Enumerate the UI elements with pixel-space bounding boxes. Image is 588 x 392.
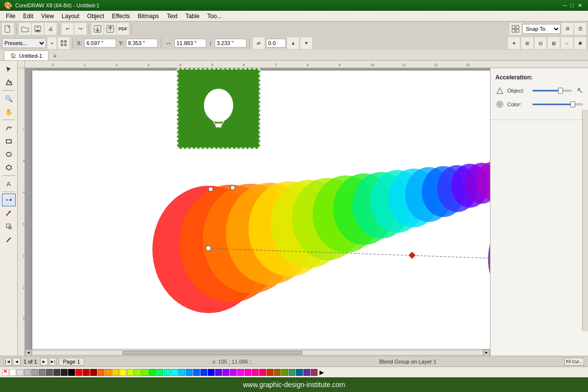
freehand-tool[interactable] [2, 122, 16, 134]
color-swatch[interactable] [120, 369, 126, 376]
color-swatch[interactable] [156, 369, 163, 376]
menu-view[interactable]: View [37, 12, 58, 21]
color-swatch[interactable] [75, 369, 82, 376]
maximize-btn[interactable]: □ [570, 2, 574, 8]
tb-extra-6[interactable]: ✱ [574, 37, 586, 49]
blend-up-btn[interactable]: ▲ [287, 37, 299, 49]
fill-color-btn[interactable]: Fil Cur... [564, 358, 584, 366]
snap-to-select[interactable]: Snap To Grid Guidelines Objects [522, 24, 561, 34]
export-btn[interactable] [104, 23, 116, 35]
save-btn[interactable] [32, 23, 44, 35]
color-slider-thumb[interactable] [570, 101, 575, 107]
menu-table[interactable]: Table [181, 12, 203, 21]
open-btn[interactable] [19, 23, 31, 35]
color-slider-track[interactable] [532, 103, 583, 105]
settings-btn[interactable]: ⚙ [562, 23, 573, 35]
color-swatch[interactable] [83, 369, 90, 376]
object-slider-track[interactable] [532, 90, 572, 92]
color-swatch[interactable] [289, 369, 295, 376]
scroll-thumb[interactable] [122, 351, 303, 355]
first-page-btn[interactable]: |◄ [4, 358, 12, 366]
node-tool[interactable] [2, 76, 16, 89]
add-preset-btn[interactable]: + [48, 37, 56, 49]
color-swatch[interactable] [127, 369, 134, 376]
color-swatch[interactable] [98, 369, 104, 376]
canvas-area[interactable]: ◄ ► [25, 68, 490, 356]
color-swatch[interactable] [31, 369, 38, 376]
color-swatch[interactable] [178, 369, 185, 376]
y-input[interactable] [126, 39, 158, 48]
pencil-tool[interactable] [2, 233, 16, 246]
scroll-track[interactable] [32, 350, 483, 355]
color-swatch[interactable] [39, 369, 46, 376]
next-page-btn[interactable]: ► [40, 358, 48, 366]
menu-edit[interactable]: Edit [19, 12, 37, 21]
redo-btn[interactable]: ↪ [74, 23, 86, 35]
prev-page-btn[interactable]: ◄ [13, 358, 21, 366]
menu-layout[interactable]: Layout [58, 12, 83, 21]
fill-tool[interactable] [2, 220, 16, 233]
color-swatch[interactable] [215, 369, 222, 376]
h-scrollbar[interactable]: ◄ ► [25, 349, 490, 356]
color-swatch[interactable] [61, 369, 68, 376]
grid-view-btn[interactable] [58, 37, 70, 49]
dropper-tool[interactable] [2, 207, 16, 220]
color-swatch[interactable] [17, 369, 24, 376]
menu-file[interactable]: File [2, 12, 19, 21]
pan-tool[interactable]: ✋ [2, 105, 16, 118]
palette-scroll-right[interactable]: ▶ [318, 369, 325, 376]
color-swatch[interactable] [296, 369, 303, 376]
color-swatch[interactable] [186, 369, 193, 376]
color-swatch[interactable] [164, 369, 171, 376]
color-swatch[interactable] [274, 369, 281, 376]
grid-btn[interactable] [510, 23, 521, 35]
new-btn[interactable] [2, 23, 14, 35]
color-swatch[interactable] [237, 369, 244, 376]
add-tab-btn[interactable]: + [50, 51, 59, 60]
object-slider-thumb[interactable] [558, 88, 563, 94]
color-swatch[interactable] [90, 369, 97, 376]
page-tab[interactable]: Page 1 [59, 358, 85, 366]
tb-extra-5[interactable]: ↔ [561, 37, 573, 49]
color-swatch[interactable] [303, 369, 310, 376]
tb-extra-2[interactable]: ⊞ [521, 37, 533, 49]
polygon-tool[interactable] [2, 161, 16, 174]
color-swatch[interactable] [46, 369, 53, 376]
color-swatch[interactable] [134, 369, 141, 376]
color-swatch[interactable] [193, 369, 200, 376]
blend-steps-input[interactable] [266, 39, 286, 48]
color-swatch[interactable] [68, 369, 75, 376]
color-swatch[interactable] [245, 369, 251, 376]
color-swatch[interactable] [9, 369, 16, 376]
minimize-btn[interactable]: ─ [563, 2, 567, 8]
ellipse-tool[interactable] [2, 148, 16, 161]
blend-tool[interactable] [2, 194, 16, 206]
color-swatch[interactable] [230, 369, 237, 376]
pointer-tool[interactable] [2, 63, 16, 75]
color-swatch[interactable] [267, 369, 273, 376]
print-btn[interactable]: 🖨 [45, 23, 56, 35]
color-swatch[interactable] [252, 369, 259, 376]
color-swatch[interactable] [208, 369, 215, 376]
pdf-btn[interactable]: PDF [117, 23, 129, 35]
presets-select[interactable]: Presets... [2, 38, 46, 48]
color-swatch[interactable] [311, 369, 318, 376]
menu-effects[interactable]: Effects [108, 12, 134, 21]
zoom-tool[interactable]: 🔍 [2, 92, 16, 105]
last-page-btn[interactable]: ►| [49, 358, 57, 366]
menu-tools[interactable]: Too... [203, 12, 225, 21]
color-swatch[interactable] [105, 369, 112, 376]
menu-bitmaps[interactable]: Bitmaps [134, 12, 163, 21]
close-btn[interactable]: ✕ [578, 2, 582, 9]
color-swatch[interactable] [259, 369, 266, 376]
color-swatch[interactable] [222, 369, 229, 376]
color-swatch[interactable] [149, 369, 156, 376]
tb-extra-3[interactable]: ⊟ [535, 37, 546, 49]
color-swatch[interactable] [142, 369, 148, 376]
scroll-left-btn[interactable]: ◄ [25, 349, 32, 356]
blend-settings-btn[interactable]: ⇌ [253, 37, 265, 49]
color-swatch[interactable] [281, 369, 288, 376]
color-swatch[interactable] [171, 369, 178, 376]
import-btn[interactable] [92, 23, 103, 35]
tb-extra-1[interactable]: ✦ [508, 37, 520, 49]
